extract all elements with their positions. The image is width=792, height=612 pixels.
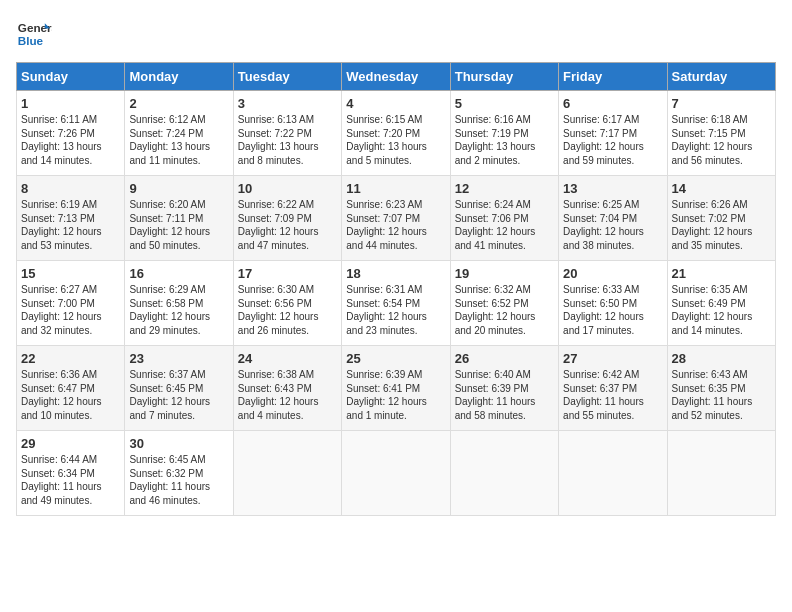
day-number: 25 — [346, 351, 445, 366]
calendar-cell: 12Sunrise: 6:24 AMSunset: 7:06 PMDayligh… — [450, 176, 558, 261]
day-number: 9 — [129, 181, 228, 196]
cell-content: Sunrise: 6:19 AMSunset: 7:13 PMDaylight:… — [21, 198, 120, 252]
logo: General Blue — [16, 16, 52, 52]
cell-content: Sunrise: 6:31 AMSunset: 6:54 PMDaylight:… — [346, 283, 445, 337]
day-number: 14 — [672, 181, 771, 196]
day-number: 11 — [346, 181, 445, 196]
calendar-cell: 16Sunrise: 6:29 AMSunset: 6:58 PMDayligh… — [125, 261, 233, 346]
day-number: 4 — [346, 96, 445, 111]
calendar-cell: 1Sunrise: 6:11 AMSunset: 7:26 PMDaylight… — [17, 91, 125, 176]
calendar-cell: 21Sunrise: 6:35 AMSunset: 6:49 PMDayligh… — [667, 261, 775, 346]
calendar-cell: 8Sunrise: 6:19 AMSunset: 7:13 PMDaylight… — [17, 176, 125, 261]
header-row: SundayMondayTuesdayWednesdayThursdayFrid… — [17, 63, 776, 91]
calendar-cell: 4Sunrise: 6:15 AMSunset: 7:20 PMDaylight… — [342, 91, 450, 176]
day-number: 20 — [563, 266, 662, 281]
calendar-cell — [559, 431, 667, 516]
day-number: 17 — [238, 266, 337, 281]
col-header-sunday: Sunday — [17, 63, 125, 91]
cell-content: Sunrise: 6:16 AMSunset: 7:19 PMDaylight:… — [455, 113, 554, 167]
day-number: 5 — [455, 96, 554, 111]
calendar-week-2: 8Sunrise: 6:19 AMSunset: 7:13 PMDaylight… — [17, 176, 776, 261]
cell-content: Sunrise: 6:23 AMSunset: 7:07 PMDaylight:… — [346, 198, 445, 252]
cell-content: Sunrise: 6:39 AMSunset: 6:41 PMDaylight:… — [346, 368, 445, 422]
calendar-cell: 26Sunrise: 6:40 AMSunset: 6:39 PMDayligh… — [450, 346, 558, 431]
day-number: 15 — [21, 266, 120, 281]
day-number: 6 — [563, 96, 662, 111]
svg-text:Blue: Blue — [18, 34, 44, 47]
day-number: 1 — [21, 96, 120, 111]
calendar-cell: 19Sunrise: 6:32 AMSunset: 6:52 PMDayligh… — [450, 261, 558, 346]
col-header-thursday: Thursday — [450, 63, 558, 91]
calendar-cell: 15Sunrise: 6:27 AMSunset: 7:00 PMDayligh… — [17, 261, 125, 346]
day-number: 2 — [129, 96, 228, 111]
day-number: 3 — [238, 96, 337, 111]
calendar-cell: 29Sunrise: 6:44 AMSunset: 6:34 PMDayligh… — [17, 431, 125, 516]
calendar-table: SundayMondayTuesdayWednesdayThursdayFrid… — [16, 62, 776, 516]
cell-content: Sunrise: 6:24 AMSunset: 7:06 PMDaylight:… — [455, 198, 554, 252]
calendar-cell: 14Sunrise: 6:26 AMSunset: 7:02 PMDayligh… — [667, 176, 775, 261]
cell-content: Sunrise: 6:25 AMSunset: 7:04 PMDaylight:… — [563, 198, 662, 252]
day-number: 30 — [129, 436, 228, 451]
cell-content: Sunrise: 6:38 AMSunset: 6:43 PMDaylight:… — [238, 368, 337, 422]
day-number: 16 — [129, 266, 228, 281]
cell-content: Sunrise: 6:12 AMSunset: 7:24 PMDaylight:… — [129, 113, 228, 167]
calendar-week-5: 29Sunrise: 6:44 AMSunset: 6:34 PMDayligh… — [17, 431, 776, 516]
day-number: 23 — [129, 351, 228, 366]
cell-content: Sunrise: 6:44 AMSunset: 6:34 PMDaylight:… — [21, 453, 120, 507]
day-number: 8 — [21, 181, 120, 196]
calendar-cell: 27Sunrise: 6:42 AMSunset: 6:37 PMDayligh… — [559, 346, 667, 431]
cell-content: Sunrise: 6:27 AMSunset: 7:00 PMDaylight:… — [21, 283, 120, 337]
cell-content: Sunrise: 6:17 AMSunset: 7:17 PMDaylight:… — [563, 113, 662, 167]
calendar-cell: 6Sunrise: 6:17 AMSunset: 7:17 PMDaylight… — [559, 91, 667, 176]
calendar-cell: 25Sunrise: 6:39 AMSunset: 6:41 PMDayligh… — [342, 346, 450, 431]
day-number: 7 — [672, 96, 771, 111]
cell-content: Sunrise: 6:29 AMSunset: 6:58 PMDaylight:… — [129, 283, 228, 337]
cell-content: Sunrise: 6:22 AMSunset: 7:09 PMDaylight:… — [238, 198, 337, 252]
day-number: 21 — [672, 266, 771, 281]
calendar-week-3: 15Sunrise: 6:27 AMSunset: 7:00 PMDayligh… — [17, 261, 776, 346]
day-number: 10 — [238, 181, 337, 196]
calendar-cell — [667, 431, 775, 516]
cell-content: Sunrise: 6:13 AMSunset: 7:22 PMDaylight:… — [238, 113, 337, 167]
calendar-cell: 11Sunrise: 6:23 AMSunset: 7:07 PMDayligh… — [342, 176, 450, 261]
calendar-cell: 9Sunrise: 6:20 AMSunset: 7:11 PMDaylight… — [125, 176, 233, 261]
calendar-cell — [450, 431, 558, 516]
day-number: 22 — [21, 351, 120, 366]
calendar-cell: 30Sunrise: 6:45 AMSunset: 6:32 PMDayligh… — [125, 431, 233, 516]
cell-content: Sunrise: 6:15 AMSunset: 7:20 PMDaylight:… — [346, 113, 445, 167]
day-number: 26 — [455, 351, 554, 366]
day-number: 12 — [455, 181, 554, 196]
calendar-cell: 22Sunrise: 6:36 AMSunset: 6:47 PMDayligh… — [17, 346, 125, 431]
page-header: General Blue — [16, 16, 776, 52]
calendar-cell: 28Sunrise: 6:43 AMSunset: 6:35 PMDayligh… — [667, 346, 775, 431]
cell-content: Sunrise: 6:43 AMSunset: 6:35 PMDaylight:… — [672, 368, 771, 422]
calendar-week-4: 22Sunrise: 6:36 AMSunset: 6:47 PMDayligh… — [17, 346, 776, 431]
calendar-cell: 23Sunrise: 6:37 AMSunset: 6:45 PMDayligh… — [125, 346, 233, 431]
calendar-cell: 5Sunrise: 6:16 AMSunset: 7:19 PMDaylight… — [450, 91, 558, 176]
col-header-friday: Friday — [559, 63, 667, 91]
calendar-cell: 17Sunrise: 6:30 AMSunset: 6:56 PMDayligh… — [233, 261, 341, 346]
cell-content: Sunrise: 6:35 AMSunset: 6:49 PMDaylight:… — [672, 283, 771, 337]
cell-content: Sunrise: 6:40 AMSunset: 6:39 PMDaylight:… — [455, 368, 554, 422]
col-header-wednesday: Wednesday — [342, 63, 450, 91]
col-header-saturday: Saturday — [667, 63, 775, 91]
cell-content: Sunrise: 6:37 AMSunset: 6:45 PMDaylight:… — [129, 368, 228, 422]
calendar-cell: 10Sunrise: 6:22 AMSunset: 7:09 PMDayligh… — [233, 176, 341, 261]
day-number: 19 — [455, 266, 554, 281]
day-number: 29 — [21, 436, 120, 451]
cell-content: Sunrise: 6:18 AMSunset: 7:15 PMDaylight:… — [672, 113, 771, 167]
calendar-cell — [342, 431, 450, 516]
cell-content: Sunrise: 6:26 AMSunset: 7:02 PMDaylight:… — [672, 198, 771, 252]
calendar-cell: 7Sunrise: 6:18 AMSunset: 7:15 PMDaylight… — [667, 91, 775, 176]
day-number: 13 — [563, 181, 662, 196]
calendar-cell: 18Sunrise: 6:31 AMSunset: 6:54 PMDayligh… — [342, 261, 450, 346]
calendar-cell: 13Sunrise: 6:25 AMSunset: 7:04 PMDayligh… — [559, 176, 667, 261]
calendar-cell: 20Sunrise: 6:33 AMSunset: 6:50 PMDayligh… — [559, 261, 667, 346]
calendar-cell: 3Sunrise: 6:13 AMSunset: 7:22 PMDaylight… — [233, 91, 341, 176]
calendar-cell: 24Sunrise: 6:38 AMSunset: 6:43 PMDayligh… — [233, 346, 341, 431]
day-number: 24 — [238, 351, 337, 366]
day-number: 27 — [563, 351, 662, 366]
cell-content: Sunrise: 6:32 AMSunset: 6:52 PMDaylight:… — [455, 283, 554, 337]
calendar-cell: 2Sunrise: 6:12 AMSunset: 7:24 PMDaylight… — [125, 91, 233, 176]
cell-content: Sunrise: 6:11 AMSunset: 7:26 PMDaylight:… — [21, 113, 120, 167]
